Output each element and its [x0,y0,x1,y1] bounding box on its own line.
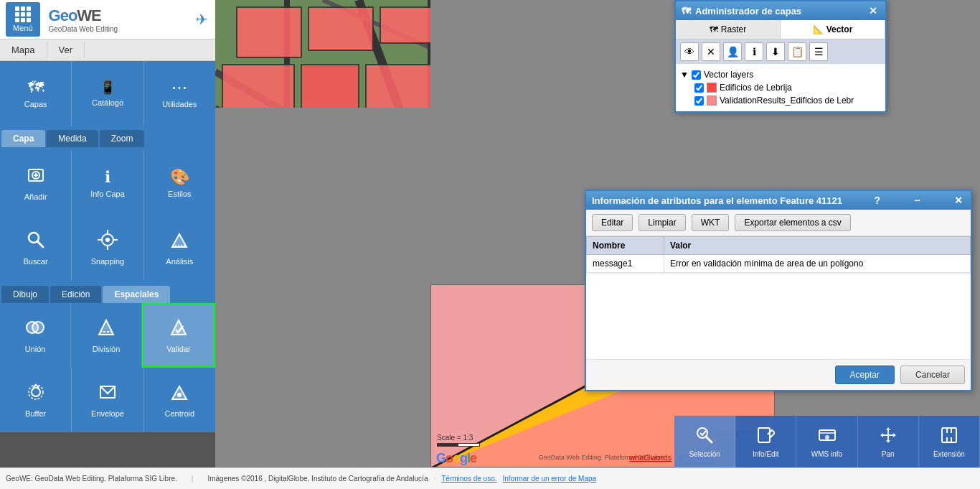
wms-info-label: WMS info [811,450,842,458]
catalogo-label: Catálogo [92,98,123,107]
attr-empty-space [586,273,971,359]
tab-medida[interactable]: Medida [47,130,98,147]
tab-dibujo[interactable]: Dibujo [1,286,49,303]
info-edit-label: Info/Edit [753,450,779,458]
centroid-button[interactable]: Centroid [144,368,215,432]
buffer-label: Buffer [25,409,46,418]
anadir-label: Añadir [24,192,47,201]
extension-button[interactable]: Extensión [919,416,980,467]
analisis-icon [169,230,189,254]
seleccion-button[interactable]: Selección [674,416,735,467]
layer-tab-vector[interactable]: 📐 Vector [781,20,885,39]
layer-color-2 [707,96,717,106]
what3words-link[interactable]: what3words [629,453,672,462]
anadir-button[interactable]: Añadir [0,151,72,215]
info-edit-icon [756,426,775,448]
attr-panel-footer: Aceptar Cancelar [586,359,971,390]
aceptar-button[interactable]: Aceptar [835,365,895,384]
layer-user-btn[interactable]: 👤 [723,42,742,61]
pan-button[interactable]: Pan [858,416,919,467]
buscar-icon [26,230,46,254]
tree-child-1-label: Edificios de Lebrija [720,83,792,93]
wkt-button[interactable]: WKT [692,214,730,231]
buscar-label: Buscar [24,257,48,266]
capas-button[interactable]: 🗺 Capas [0,61,72,126]
toolbar-capa: Añadir ℹ Info Capa 🎨 Estilos [0,151,215,215]
analisis-button[interactable]: Análisis [144,215,215,280]
utilidades-button[interactable]: ⋯ Utilidades [144,61,215,126]
svg-marker-24 [237,7,301,57]
vector-icon: 📐 [813,24,824,34]
menu-button[interactable]: Menú [6,2,40,37]
layer-panel-header: 🗺 Administrador de capas ✕ [676,1,885,20]
tab-edicion[interactable]: Edición [50,286,101,303]
pan-label: Pan [882,450,895,458]
layer-info-btn[interactable]: ℹ [745,42,763,61]
wms-info-button[interactable]: WMS info [796,416,857,467]
union-button[interactable]: Unión [0,303,71,368]
menu-item-mapa[interactable]: Mapa [0,42,47,58]
tree-expand-icon[interactable]: ▼ [680,70,689,80]
division-button[interactable]: División [71,303,142,368]
layer-panel-close[interactable]: ✕ [869,5,877,17]
tree-child-1-checkbox[interactable] [694,83,704,93]
svg-point-9 [32,388,40,396]
info-capa-button[interactable]: ℹ Info Capa [72,151,143,215]
tree-root-checkbox[interactable] [692,70,701,80]
menu-item-ver[interactable]: Ver [47,42,85,58]
info-capa-icon: ℹ [105,168,110,187]
svg-line-67 [37,241,43,247]
anadir-icon [26,165,46,190]
buffer-button[interactable]: Buffer [0,368,72,432]
analisis-label: Análisis [166,257,193,266]
layer-toolbar: 👁 ✕ 👤 ℹ ⬇ 📋 ☰ [676,39,885,64]
preview-scale: Scale = 1:3 [437,434,473,442]
snapping-button[interactable]: Snapping [72,215,143,280]
layer-list-btn[interactable]: ☰ [809,42,828,61]
attr-valor-1: Error en validación mínima de area de un… [664,255,970,273]
estilos-button[interactable]: 🎨 Estilos [144,151,215,215]
attr-panel-minimize[interactable]: − [914,195,920,206]
cancelar-button[interactable]: Cancelar [900,365,965,384]
attr-panel-help[interactable]: ? [874,195,880,206]
tab-espaciales[interactable]: Espaciales [103,286,170,303]
centroid-label: Centroid [165,409,195,418]
toolbar-buscar-row: BuscarSnappingAnálisis [0,215,215,280]
attr-panel-title: Información de atributos para el element… [592,195,842,206]
layer-tab-raster[interactable]: 🗺 Raster [676,20,781,39]
bottom-bar-terms[interactable]: Términos de uso. [441,475,496,483]
editar-button[interactable]: Editar [592,214,633,231]
wms-info-icon [818,426,837,448]
layer-download-btn[interactable]: ⬇ [766,42,785,61]
layer-tree: ▼ Vector layers Edificios de Lebrija Val… [676,64,885,111]
layer-copy-btn[interactable]: 📋 [788,42,806,61]
tree-child-2-checkbox[interactable] [694,96,704,106]
union-label: Unión [25,345,46,353]
header: Menú GeoWE GeoData Web Editing ✈ [0,0,215,39]
catalogo-button[interactable]: 📱 Catálogo [72,61,143,126]
envelope-label: Envelope [91,409,124,418]
union-icon [25,317,45,342]
svg-point-69 [105,238,110,242]
info-edit-button[interactable]: Info/Edit [735,416,796,467]
limpiar-button[interactable]: Limpiar [639,214,685,231]
attr-table: Nombre Valor message1 Error en validació… [586,236,971,273]
tab-capa[interactable]: Capa [1,130,45,147]
exportar-button[interactable]: Exportar elementos a csv [735,214,850,231]
utilidades-icon: ⋯ [171,78,187,97]
attr-panel-close[interactable]: ✕ [954,195,963,206]
validar-button[interactable]: Validar [142,303,215,368]
toolbar-main: 🗺 Capas 📱 Catálogo ⋯ Utilidades [0,61,215,126]
attr-row-1: message1 Error en validación mínima de a… [587,255,971,273]
envelope-button[interactable]: Envelope [72,368,143,432]
bottom-bar-report[interactable]: Informar de un error de Mapa [503,475,597,483]
tab-zoom[interactable]: Zoom [100,130,145,147]
buffer-icon [26,382,46,406]
layer-visible-btn[interactable]: 👁 [680,42,699,61]
layer-delete-btn[interactable]: ✕ [702,42,720,61]
envelope-icon [98,382,118,406]
svg-marker-31 [222,65,294,108]
buscar-button[interactable]: Buscar [0,215,72,280]
svg-marker-33 [366,65,430,108]
division-label: División [93,345,121,353]
